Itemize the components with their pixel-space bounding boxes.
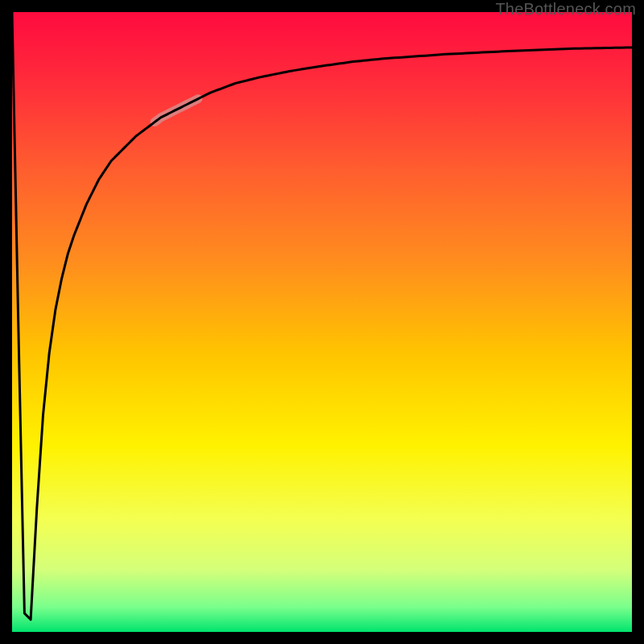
plot-area: [12, 12, 632, 632]
watermark-text: TheBottleneck.com: [495, 0, 636, 19]
gradient-background: [12, 12, 632, 632]
chart-frame: TheBottleneck.com: [0, 0, 644, 644]
chart-svg: [12, 12, 632, 632]
